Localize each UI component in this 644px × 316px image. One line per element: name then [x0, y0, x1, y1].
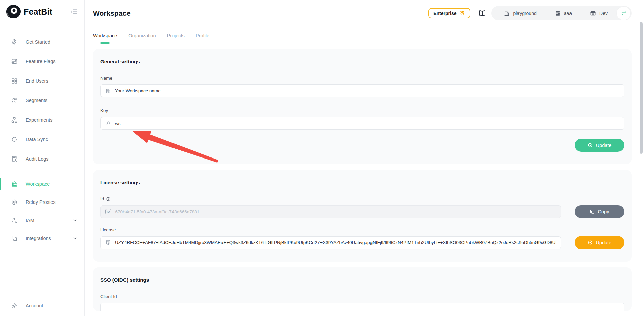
sidebar-item-audit-logs[interactable]: Audit Logs — [0, 149, 84, 169]
swap-arrows-icon — [621, 10, 627, 16]
radar-icon — [11, 199, 18, 206]
brand-name: FeatBit — [23, 7, 52, 17]
sidebar-item-label: Get Started — [26, 39, 50, 45]
brand-row: FeatBit — [0, 0, 84, 24]
building-icon — [504, 10, 510, 16]
organization-selector[interactable]: aaa — [546, 10, 581, 16]
workspace-name-field — [100, 84, 624, 97]
featbit-logo-icon — [5, 4, 21, 19]
gear-icon — [11, 302, 18, 309]
bank-icon — [11, 181, 18, 187]
stack-icon — [555, 10, 561, 16]
header-controls: Enterprise — [428, 6, 632, 20]
project-selector[interactable]: playground — [495, 10, 545, 16]
license-id-input — [115, 209, 556, 214]
sso-settings-heading: SSO (OIDC) settings — [100, 277, 624, 283]
certificate-icon — [105, 240, 111, 245]
sidebar-item-label: Account — [26, 303, 43, 308]
settings-tabs: Workspace Organization Projects Profile — [93, 33, 632, 43]
sidebar-item-integrations[interactable]: Integrations — [0, 229, 84, 247]
sidebar-item-workspace[interactable]: Workspace — [0, 175, 84, 193]
switches-icon — [11, 58, 18, 65]
license-update-label: Update — [596, 240, 612, 245]
audit-document-icon — [11, 155, 18, 162]
sidebar-item-label: Workspace — [26, 181, 50, 187]
user-voice-icon — [11, 97, 18, 104]
plan-badge[interactable]: Enterprise — [428, 8, 470, 18]
sidebar-item-relay-proxies[interactable]: Relay Proxies — [0, 193, 84, 211]
page-title: Workspace — [93, 9, 131, 17]
org-chart-icon — [11, 117, 18, 123]
docs-book-icon[interactable] — [478, 9, 486, 17]
name-label: Name — [100, 76, 624, 81]
sidebar-item-experiments[interactable]: Experiments — [0, 110, 84, 130]
tab-projects[interactable]: Projects — [167, 33, 184, 43]
general-update-label: Update — [596, 143, 612, 148]
sidebar-divider — [5, 172, 80, 172]
sidebar-item-iam[interactable]: IAM — [0, 211, 84, 229]
sidebar-item-get-started[interactable]: Get Started — [0, 32, 84, 52]
client-id-label: Client Id — [100, 294, 624, 299]
sidebar-item-feature-flags[interactable]: Feature Flags — [0, 52, 84, 71]
project-env-switcher: playground aaa — [491, 6, 632, 20]
general-update-button[interactable]: Update — [575, 139, 624, 152]
project-name: playground — [513, 11, 536, 16]
active-indicator — [0, 178, 1, 190]
tab-profile[interactable]: Profile — [196, 33, 209, 43]
copy-id-button[interactable]: Copy — [575, 205, 624, 218]
sidebar-item-data-sync[interactable]: Data Sync — [0, 130, 84, 149]
license-input[interactable] — [115, 240, 556, 245]
sync-icon — [11, 136, 18, 143]
general-settings-card: General settings Name Key — [93, 49, 632, 164]
client-id-field — [100, 303, 624, 311]
medal-icon — [459, 10, 465, 16]
sidebar-item-label: End Users — [26, 78, 48, 84]
tab-label: Organization — [128, 33, 156, 38]
switch-environment-button[interactable] — [617, 7, 630, 20]
tab-workspace[interactable]: Workspace — [93, 33, 117, 43]
sidebar-item-account[interactable]: Account — [0, 295, 84, 316]
integrations-icon — [11, 235, 18, 242]
tab-organization[interactable]: Organization — [128, 33, 156, 43]
workspace-key-input[interactable] — [115, 121, 619, 126]
workspace-name-input[interactable] — [115, 88, 619, 93]
license-update-button[interactable]: Update — [575, 236, 624, 249]
sidebar: FeatBit Get Started Feature Flags — [0, 0, 85, 316]
sidebar-item-label: Segments — [26, 98, 47, 103]
license-label: License — [100, 227, 624, 232]
rocket-icon — [11, 39, 18, 45]
tab-label: Projects — [167, 33, 184, 38]
scrollbar-thumb[interactable] — [640, 22, 643, 154]
sidebar-item-label: Data Sync — [26, 137, 48, 142]
id-badge-icon: ID — [105, 209, 111, 214]
environment-name: Dev — [599, 11, 608, 16]
sidebar-item-end-users[interactable]: End Users — [0, 71, 84, 91]
code-window-icon — [590, 10, 596, 16]
sidebar-item-label: Feature Flags — [26, 59, 55, 64]
license-id-label-text: Id — [100, 196, 104, 201]
main-content: Workspace Enterprise — [85, 0, 644, 316]
license-settings-heading: License settings — [100, 180, 624, 185]
copy-icon — [590, 209, 595, 214]
sidebar-footer: Account — [0, 295, 84, 316]
license-id-label: Id — [100, 196, 624, 201]
grid-icon — [11, 78, 18, 84]
key-label: Key — [100, 108, 624, 113]
tab-label: Workspace — [93, 33, 117, 38]
sidebar-item-segments[interactable]: Segments — [0, 91, 84, 110]
building-icon — [105, 88, 111, 94]
sidebar-item-label: Experiments — [26, 117, 53, 123]
general-settings-heading: General settings — [100, 59, 624, 64]
sidebar-item-label: Integrations — [26, 236, 51, 241]
environment-selector[interactable]: Dev — [581, 10, 617, 16]
client-id-input[interactable] — [105, 307, 619, 311]
info-icon — [106, 197, 111, 201]
sidebar-item-label: IAM — [26, 218, 34, 223]
chevron-down-icon — [73, 218, 77, 223]
collapse-sidebar-icon[interactable] — [71, 8, 78, 15]
user-key-icon — [11, 217, 18, 224]
license-settings-card: License settings Id ID — [93, 170, 632, 262]
sso-settings-card: SSO (OIDC) settings Client Id — [93, 267, 632, 311]
license-id-field: ID — [100, 205, 561, 218]
copy-button-label: Copy — [598, 209, 609, 214]
